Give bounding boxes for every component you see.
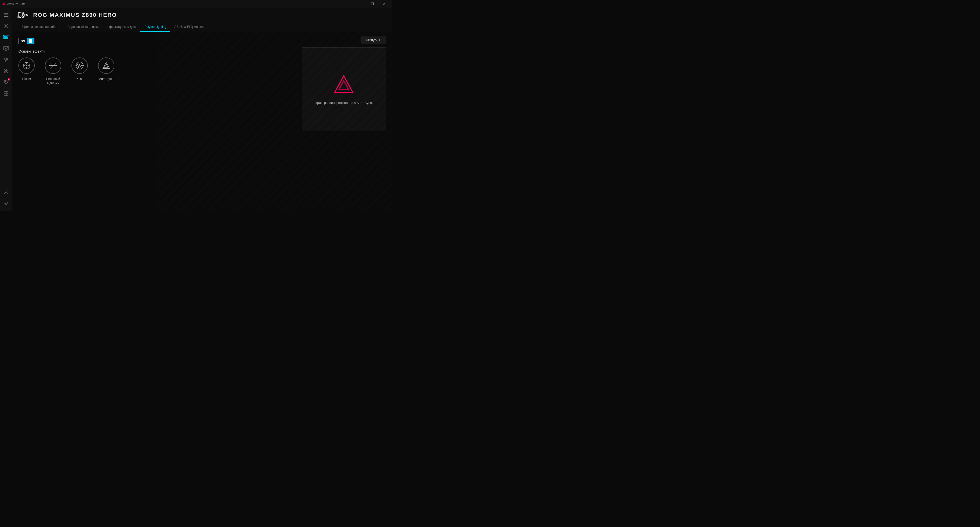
sidebar-item-user[interactable] <box>1 188 11 197</box>
tab-polymo[interactable]: Polymo Lighting <box>140 22 170 32</box>
sidebar-item-monitor[interactable] <box>1 43 11 54</box>
svg-point-27 <box>6 59 8 61</box>
svg-rect-13 <box>6 36 7 37</box>
effect-label-aura: Aura Sync <box>99 77 113 81</box>
effect-icon-neon <box>45 57 61 74</box>
titlebar: Armoury Crate — ❐ ✕ <box>0 0 392 8</box>
svg-rect-37 <box>4 94 6 96</box>
sidebar-item-display[interactable] <box>1 88 11 99</box>
svg-marker-58 <box>104 64 108 68</box>
svg-text:ROG: ROG <box>18 15 24 18</box>
content-area: ROG ROG MAXIMUS Z890 HERO Ефект завершен… <box>12 8 392 211</box>
svg-marker-0 <box>2 2 5 5</box>
svg-rect-14 <box>8 36 8 37</box>
flicker-icon <box>22 61 32 70</box>
effect-aura-sync[interactable]: Aura Sync <box>98 57 115 81</box>
aura-icon <box>3 24 9 29</box>
sidebar-item-sliders[interactable] <box>1 55 11 65</box>
tab-disk[interactable]: Інформація про диск <box>103 22 140 32</box>
app-title: Armoury Crate <box>7 2 25 5</box>
svg-rect-38 <box>6 94 8 96</box>
svg-point-25 <box>5 58 6 59</box>
tag-icon <box>4 80 8 84</box>
svg-point-55 <box>52 65 54 66</box>
toggle-container[interactable]: ON <box>18 38 35 44</box>
svg-point-40 <box>5 203 7 204</box>
aura-sync-logo-large <box>332 74 355 97</box>
sliders-icon <box>4 57 8 62</box>
sidebar: N <box>0 8 12 211</box>
svg-rect-3 <box>4 16 8 17</box>
toggle-row: ON <box>18 38 386 44</box>
sidebar-divider <box>2 185 10 185</box>
svg-point-39 <box>5 191 7 193</box>
svg-point-5 <box>5 25 7 27</box>
app-layout: N <box>0 8 392 211</box>
effect-icon-flicker <box>18 57 35 74</box>
effect-pulse[interactable]: Pulse <box>72 57 88 81</box>
sidebar-item-settings[interactable] <box>1 199 11 209</box>
svg-rect-2 <box>4 14 8 15</box>
svg-line-23 <box>6 47 8 49</box>
keyboard-icon <box>3 35 9 39</box>
sidebar-item-keyboard[interactable] <box>1 32 11 42</box>
main-content: Скинути ON Основні ефекти <box>12 32 392 211</box>
app-icon <box>2 2 6 6</box>
tabs-bar: Ефект завершення роботи Адресовані загол… <box>12 22 392 32</box>
effect-label-neon: Неоновийвідблиск <box>46 77 60 86</box>
svg-point-29 <box>5 61 6 62</box>
restore-button[interactable]: ❐ <box>366 0 378 8</box>
svg-point-33 <box>4 71 6 73</box>
neon-icon <box>48 61 58 70</box>
svg-point-46 <box>26 65 27 66</box>
svg-rect-19 <box>3 46 9 50</box>
toggle-knob <box>29 39 32 43</box>
svg-rect-36 <box>6 91 8 93</box>
toggle-switch[interactable] <box>27 38 34 44</box>
monitor-icon <box>3 46 9 51</box>
toggle-label: ON <box>19 38 27 44</box>
aura-triangle-icon <box>101 61 111 70</box>
close-button[interactable]: ✕ <box>378 0 390 8</box>
rog-logo: ROG <box>18 11 30 19</box>
sidebar-item-menu[interactable] <box>1 10 11 20</box>
reset-button[interactable]: Скинути <box>361 36 386 44</box>
tab-shutdown[interactable]: Ефект завершення роботи <box>18 22 64 32</box>
effect-label-flicker: Flicker <box>22 77 31 81</box>
sidebar-item-aura[interactable] <box>1 21 11 31</box>
tools-icon <box>4 69 8 73</box>
user-icon <box>4 190 8 195</box>
sidebar-item-tag[interactable]: N <box>1 77 11 87</box>
svg-line-22 <box>5 48 6 49</box>
titlebar-left: Armoury Crate <box>2 2 25 6</box>
device-name: ROG MAXIMUS Z890 HERO <box>33 12 117 18</box>
pulse-icon <box>75 61 84 70</box>
svg-rect-16 <box>5 37 7 38</box>
reset-arrow-icon <box>379 39 380 41</box>
svg-rect-35 <box>4 91 6 93</box>
svg-rect-17 <box>7 37 8 38</box>
svg-rect-1 <box>4 13 8 14</box>
tab-wifi[interactable]: ASUS WiFi Q-Antenna <box>170 22 209 32</box>
notification-badge: N <box>8 78 10 81</box>
header: ROG ROG MAXIMUS Z890 HERO <box>12 8 392 22</box>
svg-line-31 <box>6 71 8 73</box>
menu-icon <box>4 13 8 17</box>
effect-label-pulse: Pulse <box>76 77 83 81</box>
svg-line-30 <box>5 70 6 71</box>
svg-rect-15 <box>4 37 5 38</box>
display-icon <box>4 91 8 96</box>
svg-point-32 <box>6 69 8 71</box>
settings-icon <box>4 201 8 206</box>
effect-neon[interactable]: Неоновийвідблиск <box>45 57 61 86</box>
titlebar-controls: — ❐ ✕ <box>355 0 390 8</box>
preview-sync-text: Пристрій синхронізовано з Aura Sync. <box>315 101 372 105</box>
svg-point-34 <box>5 81 6 82</box>
sidebar-item-tools[interactable] <box>1 66 11 76</box>
svg-rect-12 <box>5 36 6 37</box>
svg-rect-18 <box>4 38 8 39</box>
minimize-button[interactable]: — <box>355 0 366 8</box>
preview-panel: Пристрій синхронізовано з Aura Sync. <box>302 47 386 131</box>
effect-flicker[interactable]: Flicker <box>18 57 35 81</box>
tab-addressed[interactable]: Адресовані заголовки <box>64 22 103 32</box>
